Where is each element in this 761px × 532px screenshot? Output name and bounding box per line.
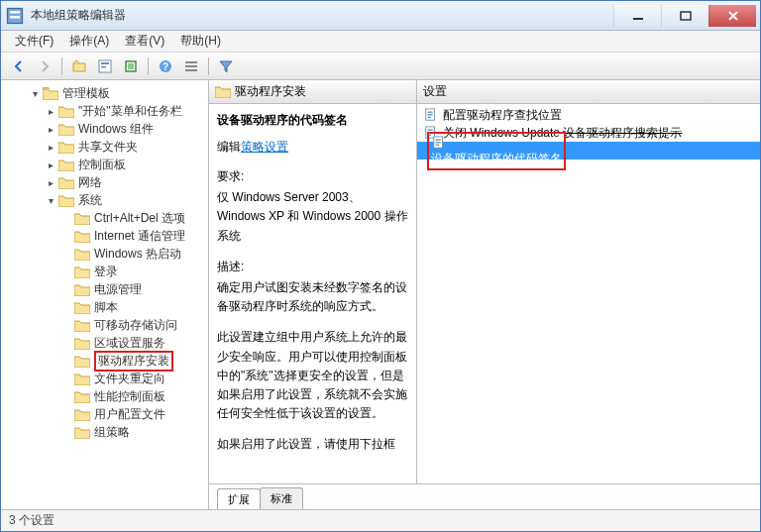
svg-rect-4 <box>681 12 691 20</box>
policy-icon <box>431 135 447 151</box>
list-item[interactable]: 配置驱动程序查找位置 <box>417 106 760 124</box>
tree-item[interactable]: 可移动存储访问 <box>1 316 208 334</box>
menu-action[interactable]: 操作(A) <box>61 31 117 52</box>
tab-extended[interactable]: 扩展 <box>217 488 261 509</box>
items-header[interactable]: 设置 <box>417 80 760 104</box>
folder-icon <box>74 266 90 278</box>
folder-icon <box>74 319 90 332</box>
tree-panel[interactable]: ▾ 管理模板 ▸"开始"菜单和任务栏▸Windows 组件▸共享文件夹▸控制面板… <box>1 80 209 509</box>
svg-rect-5 <box>73 63 85 71</box>
collapse-icon[interactable]: ▾ <box>29 87 41 99</box>
toolbar-up-button[interactable] <box>67 55 91 77</box>
expand-icon[interactable]: ▸ <box>45 123 56 135</box>
toolbar-help-button[interactable]: ? <box>154 55 177 77</box>
menu-file[interactable]: 文件(F) <box>7 31 61 52</box>
tree-label: 登录 <box>94 264 118 280</box>
tree-item[interactable]: ▸控制面板 <box>1 156 208 173</box>
tree-item[interactable]: ▸网络 <box>1 173 208 191</box>
tree-item[interactable]: Ctrl+Alt+Del 选项 <box>1 209 208 227</box>
tree-item[interactable]: 区域设置服务 <box>1 334 208 352</box>
tree-item[interactable]: 文件夹重定向 <box>1 370 208 387</box>
toolbar-back-button[interactable] <box>7 55 31 77</box>
items-list[interactable]: 配置驱动程序查找位置关闭 Windows Update 设备驱动程序搜索提示设备… <box>417 104 760 483</box>
tree-item[interactable]: ▾系统 <box>1 191 208 209</box>
maximize-button[interactable] <box>661 5 708 27</box>
toolbar-forward-button[interactable] <box>33 55 56 77</box>
items-panel: 设置 配置驱动程序查找位置关闭 Windows Update 设备驱动程序搜索提… <box>417 80 760 483</box>
tree-label: 驱动程序安装 <box>94 351 173 372</box>
svg-rect-8 <box>101 66 106 68</box>
description-text-1: 确定用户试图安装未经数字签名的设备驱动程序时系统的响应方式。 <box>217 278 408 316</box>
svg-text:?: ? <box>163 61 168 72</box>
tree-root[interactable]: ▾ 管理模板 <box>1 84 208 102</box>
toolbar-separator <box>208 57 209 75</box>
toolbar-filter-button[interactable] <box>214 55 238 77</box>
tree-item[interactable]: 脚本 <box>1 298 208 316</box>
requirements-text: 仅 Windows Server 2003、Windows XP 和 Windo… <box>217 188 408 246</box>
expand-icon[interactable]: ▸ <box>45 105 56 117</box>
items-header-text: 设置 <box>423 83 447 100</box>
tree-item[interactable]: ▸Windows 组件 <box>1 120 208 138</box>
toolbar-list-button[interactable] <box>179 55 203 77</box>
tree-label: 可移动存储访问 <box>94 317 177 334</box>
content: ▾ 管理模板 ▸"开始"菜单和任务栏▸Windows 组件▸共享文件夹▸控制面板… <box>1 80 760 509</box>
folder-icon <box>74 301 90 314</box>
list-item-label: 配置驱动程序查找位置 <box>443 107 562 124</box>
toolbar-refresh-button[interactable] <box>119 55 143 77</box>
folder-icon <box>215 85 231 98</box>
description-text-2: 此设置建立组中用户系统上允许的最少安全响应。用户可以使用控制面板中的"系统"选择… <box>217 328 408 423</box>
bottom-tabs: 扩展 标准 <box>209 483 760 509</box>
svg-rect-1 <box>10 11 20 14</box>
tree-item[interactable]: Internet 通信管理 <box>1 227 208 245</box>
tree-item[interactable]: 驱动程序安装 <box>1 352 208 370</box>
folder-icon <box>58 176 74 189</box>
right-area: 驱动程序安装 设备驱动程序的代码签名 编辑策略设置 要求: 仅 Windows … <box>209 80 760 509</box>
folder-icon <box>74 248 90 261</box>
tree-label: Ctrl+Alt+Del 选项 <box>94 210 185 227</box>
window: 本地组策略编辑器 文件(F) 操作(A) 查看(V) 帮助(H) ? ▾ <box>0 0 761 532</box>
tree-item[interactable]: 组策略 <box>1 423 208 441</box>
minimize-button[interactable] <box>613 5 661 27</box>
requirements-label: 要求: <box>217 167 408 186</box>
expand-icon[interactable]: ▸ <box>45 176 56 188</box>
tree-item[interactable]: ▸"开始"菜单和任务栏 <box>1 102 208 120</box>
tree-label: 共享文件夹 <box>78 139 138 156</box>
folder-icon <box>74 408 90 421</box>
tree-item[interactable]: 用户配置文件 <box>1 405 208 423</box>
tree-item[interactable]: ▸共享文件夹 <box>1 138 208 156</box>
expand-icon[interactable]: ▸ <box>45 141 56 153</box>
svg-rect-14 <box>185 65 197 67</box>
tree-label: 系统 <box>78 192 102 209</box>
collapse-icon[interactable]: ▾ <box>45 194 56 206</box>
tree-item[interactable]: 电源管理 <box>1 280 208 298</box>
folder-icon <box>58 105 74 118</box>
svg-rect-10 <box>128 63 134 69</box>
description-body: 设备驱动程序的代码签名 编辑策略设置 要求: 仅 Windows Server … <box>209 104 416 483</box>
list-item-label: 设备驱动程序的代码签名 <box>431 152 562 165</box>
tree-item[interactable]: 登录 <box>1 263 208 280</box>
expand-icon[interactable]: ▸ <box>45 159 56 170</box>
folder-icon <box>74 355 90 368</box>
close-button[interactable] <box>708 5 756 27</box>
edit-policy-link[interactable]: 策略设置 <box>241 140 288 154</box>
description-header: 驱动程序安装 <box>209 80 416 104</box>
list-item[interactable]: 设备驱动程序的代码签名 <box>417 142 760 160</box>
svg-rect-26 <box>436 142 441 143</box>
tab-standard[interactable]: 标准 <box>260 487 303 509</box>
tree-item[interactable]: 性能控制面板 <box>1 387 208 405</box>
app-icon <box>5 6 25 26</box>
description-label: 描述: <box>217 258 408 276</box>
svg-rect-17 <box>428 112 433 113</box>
description-text-3: 如果启用了此设置，请使用下拉框 <box>217 435 408 454</box>
menu-view[interactable]: 查看(V) <box>117 31 172 52</box>
toolbar-properties-button[interactable] <box>93 55 117 77</box>
description-panel: 驱动程序安装 设备驱动程序的代码签名 编辑策略设置 要求: 仅 Windows … <box>209 80 417 483</box>
menu-help[interactable]: 帮助(H) <box>172 31 229 52</box>
svg-rect-2 <box>10 16 20 19</box>
tree-label: "开始"菜单和任务栏 <box>78 103 182 120</box>
folder-icon <box>58 141 74 154</box>
tree-item[interactable]: Windows 热启动 <box>1 245 208 263</box>
status-text: 3 个设置 <box>9 512 54 529</box>
folder-icon <box>74 283 90 296</box>
svg-rect-19 <box>428 117 432 118</box>
